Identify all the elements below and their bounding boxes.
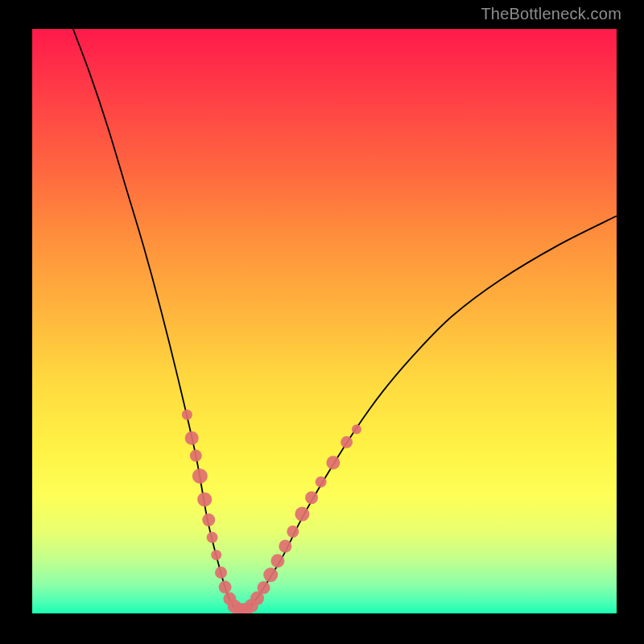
data-marker	[185, 431, 199, 445]
data-marker	[250, 592, 264, 605]
data-marker	[197, 492, 212, 506]
data-marker	[192, 469, 208, 484]
data-marker	[287, 526, 299, 538]
bottleneck-curve	[32, 29, 617, 613]
data-marker	[215, 567, 227, 579]
data-marker	[341, 436, 353, 448]
data-marker	[211, 550, 221, 560]
data-marker	[279, 540, 291, 553]
data-marker	[295, 507, 309, 522]
watermark-text: TheBottleneck.com	[481, 5, 621, 23]
data-marker	[316, 477, 327, 488]
data-marker	[258, 581, 270, 594]
data-marker	[182, 410, 192, 420]
data-marker	[228, 600, 242, 613]
data-marker	[233, 603, 247, 613]
data-marker	[207, 532, 218, 543]
data-markers	[182, 410, 361, 613]
data-marker	[305, 491, 318, 504]
chart-frame: TheBottleneck.com	[0, 0, 644, 644]
data-marker	[223, 592, 236, 605]
data-marker	[245, 599, 258, 613]
data-marker	[202, 514, 215, 526]
data-marker	[263, 568, 278, 582]
data-marker	[219, 580, 232, 593]
plot-area	[32, 29, 617, 613]
data-marker	[238, 603, 253, 613]
curve-line	[73, 29, 617, 612]
data-marker	[326, 456, 340, 469]
data-marker	[190, 449, 202, 461]
data-marker	[352, 424, 361, 434]
data-marker	[270, 554, 284, 568]
